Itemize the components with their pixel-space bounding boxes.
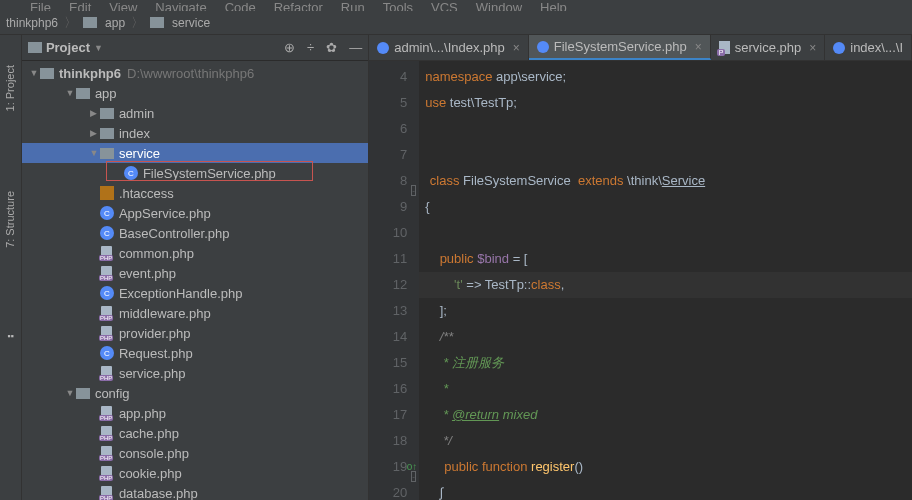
- tab-structure[interactable]: 7: Structure: [4, 191, 16, 248]
- panel-title[interactable]: Project: [46, 40, 90, 55]
- php-file-icon: [100, 326, 114, 340]
- htaccess-icon: [100, 186, 114, 200]
- php-file-icon: [719, 41, 730, 54]
- hide-icon[interactable]: —: [349, 40, 362, 55]
- structure-icon: ▪▪: [7, 331, 13, 341]
- menu-bar[interactable]: FileEditViewNavigateCodeRefactorRunTools…: [0, 0, 912, 11]
- tree-index[interactable]: index: [22, 123, 368, 143]
- php-class-icon: C: [100, 286, 114, 300]
- folder-icon: [76, 88, 90, 99]
- php-class-icon: C: [100, 346, 114, 360]
- tree-file-cookie[interactable]: cookie.php: [22, 463, 368, 483]
- tree-file-appphp[interactable]: app.php: [22, 403, 368, 423]
- close-icon[interactable]: ×: [513, 41, 520, 55]
- breadcrumb-root[interactable]: thinkphp6: [6, 16, 58, 30]
- php-file-icon: [100, 266, 114, 280]
- tab-servicephp[interactable]: service.php×: [711, 35, 826, 60]
- tree-file-exceptionhandle[interactable]: CExceptionHandle.php: [22, 283, 368, 303]
- tree-file-cache[interactable]: cache.php: [22, 423, 368, 443]
- tab-indexphp[interactable]: admin\...\Index.php×: [369, 35, 529, 60]
- tree-app[interactable]: app: [22, 83, 368, 103]
- php-class-icon: C: [124, 166, 138, 180]
- editor-tabs: admin\...\Index.php× FileSystemService.p…: [369, 35, 912, 61]
- editor-area: admin\...\Index.php× FileSystemService.p…: [369, 35, 912, 500]
- chevron-right-icon: 〉: [64, 14, 77, 32]
- breadcrumb-service[interactable]: service: [172, 16, 210, 30]
- tool-window-bar: 1: Project 7: Structure ▪▪: [0, 35, 22, 500]
- tree-file-htaccess[interactable]: .htaccess: [22, 183, 368, 203]
- tree-root[interactable]: thinkphp6D:\wwwroot\thinkphp6: [22, 63, 368, 83]
- tab-index2[interactable]: index\...\I: [825, 35, 912, 60]
- project-panel: Project ▼ ⊕ ÷ ✿ — thinkphp6D:\wwwroot\th…: [22, 35, 369, 500]
- tree-admin[interactable]: admin: [22, 103, 368, 123]
- tree-file-appservice[interactable]: CAppService.php: [22, 203, 368, 223]
- folder-icon: [150, 17, 164, 28]
- tree-file-servicephp[interactable]: service.php: [22, 363, 368, 383]
- tree-file-common[interactable]: common.php: [22, 243, 368, 263]
- folder-icon: [76, 388, 90, 399]
- close-icon[interactable]: ×: [695, 40, 702, 54]
- folder-icon: [83, 17, 97, 28]
- tree-file-provider[interactable]: provider.php: [22, 323, 368, 343]
- tree-file-middleware[interactable]: middleware.php: [22, 303, 368, 323]
- collapse-icon[interactable]: ÷: [307, 40, 314, 55]
- chevron-right-icon: 〉: [131, 14, 144, 32]
- php-file-icon: [100, 426, 114, 440]
- chevron-down-icon[interactable]: ▼: [94, 43, 103, 53]
- tree-file-filesystemservice[interactable]: CFileSystemService.php: [22, 163, 368, 183]
- fold-icon[interactable]: -: [411, 185, 416, 196]
- fold-icon[interactable]: -: [411, 471, 416, 482]
- code-editor[interactable]: 4567891011121314151617181920 o↑ namespac…: [369, 61, 912, 500]
- tree-file-database[interactable]: database.php: [22, 483, 368, 500]
- tree-service[interactable]: service: [22, 143, 368, 163]
- tree-file-basecontroller[interactable]: CBaseController.php: [22, 223, 368, 243]
- php-file-icon: [100, 466, 114, 480]
- folder-icon: [28, 42, 42, 53]
- panel-header: Project ▼ ⊕ ÷ ✿ —: [22, 35, 368, 61]
- gutter[interactable]: 4567891011121314151617181920 o↑: [369, 61, 419, 500]
- close-icon[interactable]: ×: [809, 41, 816, 55]
- tab-project[interactable]: 1: Project: [4, 65, 16, 111]
- target-icon[interactable]: ⊕: [284, 40, 295, 55]
- php-class-icon: C: [100, 206, 114, 220]
- php-file-icon: [100, 306, 114, 320]
- gear-icon[interactable]: ✿: [326, 40, 337, 55]
- tree-file-request[interactable]: CRequest.php: [22, 343, 368, 363]
- breadcrumb-app[interactable]: app: [105, 16, 125, 30]
- php-class-icon: [377, 42, 389, 54]
- tab-filesystemservice[interactable]: FileSystemService.php×: [529, 35, 711, 60]
- php-file-icon: [100, 366, 114, 380]
- php-class-icon: C: [100, 226, 114, 240]
- php-file-icon: [100, 486, 114, 500]
- folder-icon: [100, 108, 114, 119]
- folder-icon: [100, 128, 114, 139]
- folder-icon: [100, 148, 114, 159]
- tree-file-console[interactable]: console.php: [22, 443, 368, 463]
- php-file-icon: [100, 446, 114, 460]
- tree-config[interactable]: config: [22, 383, 368, 403]
- php-class-icon: [537, 41, 549, 53]
- php-class-icon: [833, 42, 845, 54]
- folder-icon: [40, 68, 54, 79]
- php-file-icon: [100, 246, 114, 260]
- project-tree[interactable]: thinkphp6D:\wwwroot\thinkphp6 app admin …: [22, 61, 368, 500]
- php-file-icon: [100, 406, 114, 420]
- tree-file-event[interactable]: event.php: [22, 263, 368, 283]
- code-content[interactable]: namespace app\service; use test\TestTp; …: [419, 61, 912, 500]
- breadcrumb[interactable]: thinkphp6 〉 app 〉 service: [0, 11, 912, 35]
